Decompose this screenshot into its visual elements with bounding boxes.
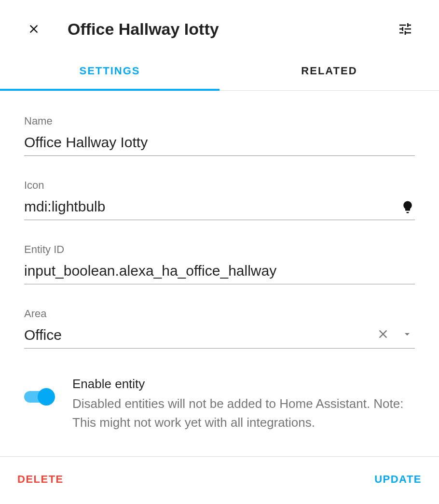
update-button[interactable]: UPDATE: [372, 470, 424, 489]
field-name: Name: [24, 115, 415, 156]
dialog-title: Office Hallway Iotty: [68, 20, 396, 39]
name-label: Name: [24, 115, 415, 127]
icon-input[interactable]: [24, 196, 415, 220]
icon-label: Icon: [24, 179, 415, 192]
field-icon: Icon: [24, 179, 415, 220]
enable-entity-title: Enable entity: [72, 377, 415, 392]
toggle-thumb: [38, 388, 55, 406]
field-entity-id: Entity ID: [24, 243, 415, 284]
icon-preview: [400, 200, 415, 214]
enable-entity-description: Disabled entities will not be added to H…: [72, 394, 415, 432]
area-label: Area: [24, 308, 415, 320]
close-icon: [376, 327, 390, 341]
tab-settings[interactable]: SETTINGS: [0, 53, 220, 91]
delete-button[interactable]: DELETE: [15, 470, 66, 489]
tune-icon: [398, 21, 413, 37]
area-input[interactable]: [24, 324, 415, 349]
enable-entity-toggle[interactable]: [24, 388, 55, 406]
field-area: Area: [24, 308, 415, 349]
entity-id-input[interactable]: [24, 260, 415, 284]
enable-entity-row: Enable entity Disabled entities will not…: [24, 372, 415, 432]
lightbulb-icon: [400, 200, 415, 214]
close-button[interactable]: [24, 19, 43, 39]
tabs: SETTINGS RELATED: [0, 53, 439, 91]
close-icon: [27, 22, 41, 36]
entity-id-label: Entity ID: [24, 243, 415, 256]
clear-area-button[interactable]: [374, 325, 392, 343]
area-dropdown-button[interactable]: [399, 326, 415, 342]
tune-button[interactable]: [396, 19, 415, 39]
tab-related[interactable]: RELATED: [220, 53, 439, 90]
settings-form: Name Icon Entity ID Area Enable: [0, 91, 439, 442]
chevron-down-icon: [401, 328, 413, 340]
dialog-header: Office Hallway Iotty: [0, 0, 439, 53]
name-input[interactable]: [24, 131, 415, 156]
toggle-text: Enable entity Disabled entities will not…: [72, 377, 415, 432]
dialog-footer: DELETE UPDATE: [0, 456, 439, 502]
